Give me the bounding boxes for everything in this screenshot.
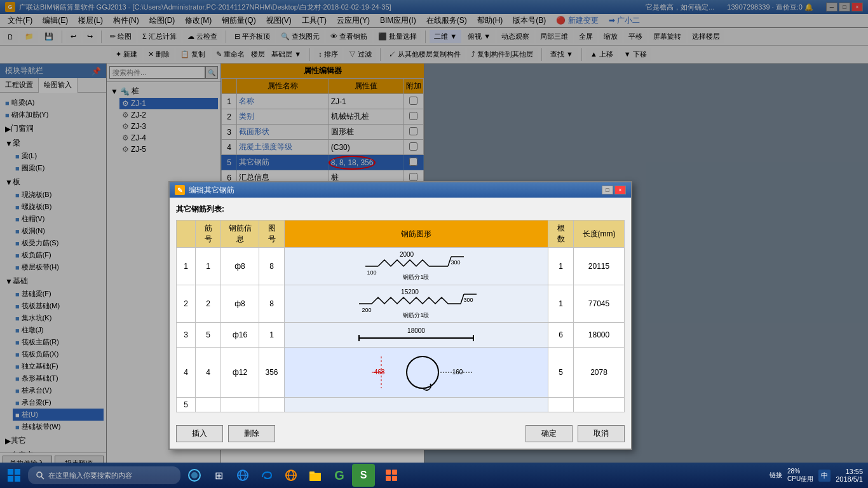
shape-label-300-1: 300 [451,259,460,266]
tray-link: 链接 [770,471,782,480]
tray-lang[interactable]: 中 [818,470,831,482]
rebar-r3-shape: 18000 [285,323,548,348]
cortana-icon [187,468,201,482]
svg-rect-33 [386,476,391,481]
rebar-r4-info[interactable]: ф12 [221,348,259,398]
special-app-icon [384,468,399,483]
rebar-r4-length[interactable]: 2078 [574,348,625,398]
rebar-r5-num: 5 [177,398,196,412]
svg-point-22 [191,472,198,478]
windows-icon [6,468,22,483]
rebar-r4-fig[interactable]: 356 [259,348,285,398]
rebar-r1-length[interactable]: 20115 [574,248,625,285]
start-button[interactable] [0,463,28,488]
clock-date: 2018/5/1 [836,475,863,483]
rebar-row-4[interactable]: 4 4 ф12 356 468 [177,348,625,398]
rebar-r3-count[interactable]: 6 [548,323,574,348]
rebar-r5-fig[interactable] [259,398,285,412]
taskbar-app-s[interactable]: S [352,464,375,487]
rebar-r1-count[interactable]: 1 [548,248,574,285]
taskbar-ie2[interactable] [280,464,302,487]
rebar-r5-info[interactable] [221,398,259,412]
rebar-r2-fig[interactable]: 8 [259,285,285,323]
rebar-r2-length[interactable]: 77045 [574,285,625,323]
rebar-row-5[interactable]: 5 [177,398,625,412]
rebar-r3-fig[interactable]: 1 [259,323,285,348]
rebar-r1-num: 1 [177,248,196,285]
col-length: 长度(mm) [574,220,625,248]
svg-rect-17 [8,476,13,482]
col-info: 钢筋信息 [221,220,259,248]
rebar-r5-shape [285,398,548,412]
rebar-r5-count[interactable] [548,398,574,412]
rebar-row-2[interactable]: 2 2 ф8 8 15200 [177,285,625,323]
rebar-r5-barnum[interactable] [196,398,221,412]
taskbar-ie[interactable] [231,464,254,487]
shape-label-300-2: 300 [463,297,473,303]
svg-point-13 [407,356,438,388]
dialog-subtitle: 其它钢筋列表: [176,204,625,215]
svg-rect-31 [386,470,391,475]
folder-icon [308,468,322,482]
rebar-r2-count[interactable]: 1 [548,285,574,323]
dialog-left-buttons: 插入 删除 [176,425,275,442]
dialog: ✎ 编辑其它钢筋 □ × 其它钢筋列表: 筋号 钢筋信息 [168,181,632,450]
rebar-r1-info[interactable]: ф8 [221,248,259,285]
shape-label-fenduan-1: 钢筋分1段 [402,274,429,280]
rebar-r5-length[interactable] [574,398,625,412]
taskbar-app-g[interactable]: G [328,464,351,487]
col-count: 根数 [548,220,574,248]
svg-rect-32 [392,470,397,475]
dialog-controls: □ × [602,186,626,194]
dialog-cancel-button[interactable]: 取消 [578,425,625,442]
taskbar-edge[interactable] [255,464,278,487]
taskbar-app-special[interactable] [380,464,403,487]
dialog-insert-button[interactable]: 插入 [176,425,223,442]
shape-label-2000: 2000 [400,251,414,258]
dialog-overlay: ✎ 编辑其它钢筋 □ × 其它钢筋列表: 筋号 钢筋信息 [0,0,868,488]
dialog-close-button[interactable]: × [614,186,626,194]
taskbar-cortana[interactable] [183,464,206,487]
rebar-row-1[interactable]: 1 1 ф8 8 2000 [177,248,625,285]
col-shape: 钢筋图形 [285,220,548,248]
systray: 链接 28% CPU使用 中 13:55 2018/5/1 [770,468,868,484]
rebar-r2-barnum[interactable]: 2 [196,285,221,323]
shape-svg-1: 2000 100 300 钢筋分1段 [353,250,480,282]
shape-svg-2: 15200 200 300 钢筋分1段 [353,288,480,320]
rebar-r1-fig[interactable]: 8 [259,248,285,285]
taskbar: 在这里输入你要搜索的内容 ⊞ [0,463,868,488]
shape-label-100: 100 [367,269,376,276]
rebar-r3-length[interactable]: 18000 [574,323,625,348]
dialog-maximize-button[interactable]: □ [602,186,613,194]
dialog-delete-button[interactable]: 删除 [228,425,275,442]
dialog-ok-button[interactable]: 确定 [526,425,573,442]
col-rownum [177,220,196,248]
rebar-r2-shape: 15200 200 300 钢筋分1段 [285,285,548,323]
rebar-header-row: 筋号 钢筋信息 图号 钢筋图形 根数 长度(mm) [177,220,625,248]
taskbar-file-manager[interactable] [304,464,327,487]
svg-rect-15 [8,469,13,475]
rebar-r3-info[interactable]: ф16 [221,323,259,348]
rebar-r3-barnum[interactable]: 5 [196,323,221,348]
taskbar-search-text: 在这里输入你要搜索的内容 [48,471,132,480]
taskbar-taskview[interactable]: ⊞ [207,464,230,487]
clock: 13:55 2018/5/1 [836,468,863,483]
edge2-icon [284,468,298,482]
svg-rect-30 [309,471,315,474]
rebar-r4-barnum[interactable]: 4 [196,348,221,398]
rebar-r2-info[interactable]: ф8 [221,285,259,323]
rebar-r4-shape: 468 160 [285,348,548,398]
taskbar-search[interactable]: 在这里输入你要搜索的内容 [28,466,180,484]
edge-icon [260,468,274,482]
rebar-r4-count[interactable]: 5 [548,348,574,398]
shape-label-15200: 15200 [401,288,419,295]
rebar-row-3[interactable]: 3 5 ф16 1 18000 [177,323,625,348]
dialog-footer: 插入 删除 确定 取消 [170,419,631,449]
rebar-r1-barnum[interactable]: 1 [196,248,221,285]
taskbar-icons-row: ⊞ [180,464,377,487]
rebar-header: 筋号 钢筋信息 图号 钢筋图形 根数 长度(mm) [177,220,625,248]
dialog-right-buttons: 确定 取消 [526,425,625,442]
svg-point-19 [37,472,42,477]
dialog-icon: ✎ [175,185,185,195]
rebar-r3-num: 3 [177,323,196,348]
